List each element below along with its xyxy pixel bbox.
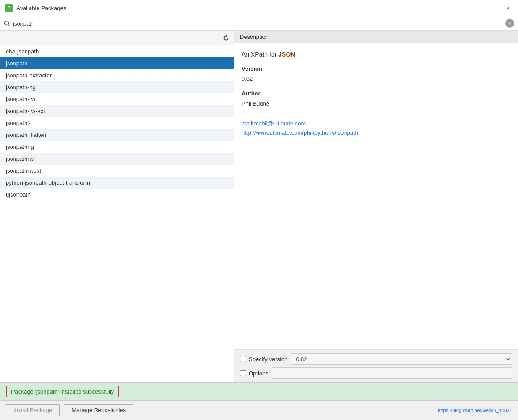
package-item[interactable]: jsonpathrw	[0, 153, 234, 165]
package-item[interactable]: eha-jsonpath	[0, 45, 234, 57]
url-link[interactable]: http://www.ultimate.com/phil/python/#jso…	[242, 129, 510, 138]
search-input[interactable]	[13, 20, 503, 27]
json-highlight: JSON	[278, 51, 295, 58]
package-item[interactable]: jsonpath-ng	[0, 81, 234, 93]
package-list: eha-jsonpathjsonpathjsonpath-extractorjs…	[0, 45, 234, 382]
author-value: Phil Budne	[242, 99, 510, 109]
package-item[interactable]: jsonpath-rw	[0, 93, 234, 105]
version-label: Version	[242, 64, 510, 74]
version-value: 0.82	[242, 75, 510, 84]
specify-version-row: Specify version 0.82	[240, 353, 512, 365]
manage-repositories-button[interactable]: Manage Repositories	[64, 404, 133, 416]
search-bar: ×	[0, 16, 518, 31]
bottom-link: https://blog.csdn.net/weixin_44821	[438, 408, 512, 413]
options-row: Options	[240, 367, 512, 379]
package-item[interactable]: jsonpath-extractor	[0, 69, 234, 81]
package-item[interactable]: jsonpathng	[0, 141, 234, 153]
package-item[interactable]: jsonpathrwext	[0, 165, 234, 177]
install-package-button[interactable]: Install Package	[6, 404, 60, 416]
description-intro: An XPath for JSON	[242, 49, 510, 59]
right-panel: Description An XPath for JSON Version 0.…	[234, 31, 518, 382]
author-label: Author	[242, 89, 510, 98]
status-bar-container: Package 'jsonpath' installed successfull…	[0, 382, 518, 400]
list-header	[0, 31, 234, 45]
version-select[interactable]: 0.82	[291, 353, 512, 365]
status-message: Package 'jsonpath' installed successfull…	[11, 388, 114, 395]
app-icon: P	[5, 4, 13, 12]
options-label[interactable]: Options	[240, 370, 268, 377]
package-item[interactable]: jsonpath_flatten	[0, 129, 234, 141]
title-bar: P Available Packages ×	[0, 0, 518, 16]
search-clear-button[interactable]: ×	[505, 19, 514, 28]
package-item[interactable]: jsonpath-rw-ext	[0, 105, 234, 117]
available-packages-dialog: P Available Packages × ×	[0, 0, 518, 420]
description-content: An XPath for JSON Version 0.82 Author Ph…	[234, 43, 518, 349]
main-content: eha-jsonpathjsonpathjsonpath-extractorjs…	[0, 31, 518, 382]
search-icon	[4, 20, 10, 26]
specify-version-checkbox[interactable]	[240, 356, 246, 362]
version-options-bar: Specify version 0.82 Options	[234, 349, 518, 382]
options-input[interactable]	[272, 367, 512, 379]
package-item[interactable]: python-jsonpath-object-transform	[0, 177, 234, 189]
close-button[interactable]: ×	[503, 3, 513, 14]
description-header: Description	[234, 31, 518, 43]
dialog-title: Available Packages	[16, 5, 499, 11]
left-panel: eha-jsonpathjsonpathjsonpath-extractorjs…	[0, 31, 234, 382]
refresh-button[interactable]	[220, 32, 232, 44]
package-item[interactable]: ujsonpath	[0, 189, 234, 201]
options-checkbox[interactable]	[240, 370, 246, 376]
status-success-box: Package 'jsonpath' installed successfull…	[6, 386, 119, 397]
bottom-bar: Install Package Manage Repositories http…	[0, 400, 518, 420]
email-link[interactable]: mailto:phil@ultimate.com	[242, 119, 510, 129]
package-item[interactable]: jsonpath2	[0, 117, 234, 129]
svg-line-1	[8, 25, 10, 26]
specify-version-label[interactable]: Specify version	[240, 356, 287, 363]
package-item[interactable]: jsonpath	[0, 57, 234, 69]
